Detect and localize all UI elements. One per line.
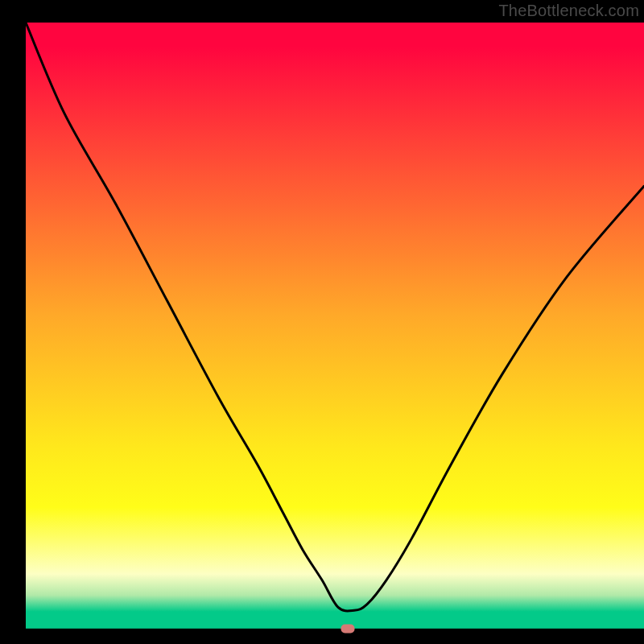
- plot-background: [26, 23, 644, 629]
- bottleneck-chart: [0, 0, 644, 644]
- optimal-marker: [341, 624, 355, 633]
- chart-frame: TheBottleneck.com: [0, 0, 644, 644]
- watermark-text: TheBottleneck.com: [498, 2, 639, 20]
